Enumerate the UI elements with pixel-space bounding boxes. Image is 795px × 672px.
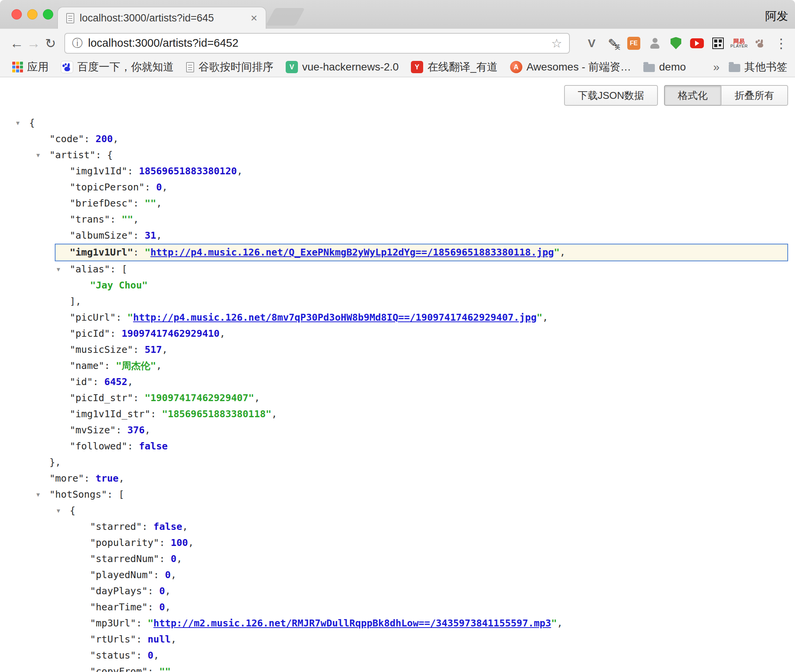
v-extension-icon[interactable]: V	[584, 35, 599, 52]
json-token: 517	[145, 344, 162, 355]
bookmark-label: 在线翻译_有道	[427, 60, 498, 74]
json-token: ""	[159, 666, 171, 672]
json-url-link[interactable]: http://p4.music.126.net/8mv7qP30Pd3oHW8b…	[133, 312, 537, 323]
url-input[interactable]: ⓘ localhost:3000/artists?id=6452 ☆	[64, 33, 570, 54]
json-line: "starredNum": 0,	[0, 551, 795, 567]
json-token: ,	[272, 408, 277, 420]
qrcode-extension-icon[interactable]	[710, 35, 726, 52]
fullscreen-window-button[interactable]	[43, 9, 53, 20]
json-token: :	[93, 376, 104, 387]
json-token: "more"	[49, 473, 84, 484]
view-mode-group: 格式化 折叠所有	[664, 85, 788, 106]
shield-extension-icon[interactable]	[668, 35, 684, 52]
json-token: :	[154, 569, 165, 580]
json-token: :	[133, 247, 145, 258]
json-line: ],	[0, 293, 795, 310]
json-token: ,	[188, 537, 194, 548]
json-token: ,	[133, 214, 139, 225]
json-url-link[interactable]: http://m2.music.126.net/RMJR7wDullRqppBk…	[154, 618, 551, 629]
json-line: "playedNum": 0,	[0, 567, 795, 583]
json-token: :	[84, 473, 95, 484]
paw-icon	[757, 43, 763, 48]
json-line-highlighted: "img1v1Url": "http://p4.music.126.net/Q_…	[55, 244, 788, 261]
bookmark-awesomes[interactable]: A Awesomes - 前端资…	[510, 60, 631, 74]
json-token: :	[133, 392, 145, 403]
json-token: "albumSize"	[70, 230, 133, 241]
netease-player-icon: 网易PLAYER	[730, 38, 748, 48]
json-url-link[interactable]: http://p4.music.126.net/Q_ExePNkmgB2yWyL…	[150, 247, 554, 258]
json-line: ▼"alias": [	[0, 261, 795, 277]
collapse-arrow-icon[interactable]: ▼	[57, 261, 60, 277]
collapse-arrow-icon[interactable]: ▼	[57, 503, 60, 519]
json-token: "popularity"	[90, 537, 159, 548]
json-token: "name"	[70, 360, 104, 371]
json-token: "id"	[70, 376, 93, 387]
minimize-window-button[interactable]	[27, 9, 38, 20]
json-token: :	[142, 521, 153, 532]
collapse-arrow-icon[interactable]: ▼	[36, 147, 40, 163]
bookmark-youdao-translate[interactable]: Y 在线翻译_有道	[411, 60, 498, 74]
json-line: ▼"artist": {	[0, 147, 795, 163]
json-token: ,	[156, 230, 162, 241]
bookmarks-overflow-icon[interactable]: »	[713, 61, 720, 74]
json-token: :	[133, 230, 145, 241]
json-line: "trans": "",	[0, 211, 795, 228]
json-line: "hearTime": 0,	[0, 599, 795, 615]
other-bookmarks-folder[interactable]: 其他书签	[729, 60, 787, 74]
page-info-icon[interactable]: ⓘ	[72, 36, 83, 51]
forward-icon[interactable]: →	[25, 35, 42, 51]
json-token: ,	[128, 376, 133, 387]
format-button[interactable]: 格式化	[664, 85, 721, 106]
bookmark-apps[interactable]: 应用	[12, 60, 49, 74]
close-window-button[interactable]	[11, 9, 22, 20]
bookmark-baidu[interactable]: 百度一下，你就知道	[61, 60, 174, 74]
bookmarks-bar: 应用 百度一下，你就知道 谷歌按时间排序 V vue-hackernews-2.…	[0, 57, 795, 77]
person-extension-icon[interactable]	[647, 35, 662, 52]
json-token: :	[133, 198, 145, 209]
json-token: ,	[177, 553, 182, 564]
bookmark-demo-folder[interactable]: demo	[643, 61, 686, 73]
tab-close-icon[interactable]: ×	[250, 12, 257, 24]
bookmark-star-icon[interactable]: ☆	[551, 36, 562, 51]
baidu-paw-icon	[61, 61, 73, 73]
json-token: :	[84, 133, 95, 144]
json-token: "followed"	[70, 441, 128, 452]
youtube-extension-icon[interactable]	[689, 35, 705, 52]
json-line: "id": 6452,	[0, 374, 795, 390]
paw-extension-icon[interactable]	[752, 35, 768, 52]
reload-icon[interactable]: ↻	[42, 36, 59, 51]
json-token: 18569651883380120	[139, 166, 237, 177]
fehelper-extension-icon[interactable]: FE	[626, 35, 641, 52]
json-token: 0	[171, 553, 177, 564]
tab-favicon-page-icon	[66, 13, 74, 23]
profile-name[interactable]: 阿发	[765, 8, 788, 24]
bookmark-label: 应用	[27, 60, 49, 74]
json-token: ""	[121, 214, 133, 225]
new-tab-button[interactable]	[266, 8, 305, 26]
collapse-arrow-icon[interactable]: ▼	[36, 487, 40, 503]
download-json-button[interactable]: 下载JSON数据	[564, 85, 658, 106]
json-line: "albumSize": 31,	[0, 228, 795, 244]
collapse-all-button[interactable]: 折叠所有	[721, 85, 788, 106]
translate-extension-icon[interactable]: ✎英	[605, 35, 620, 52]
json-token: :	[148, 602, 159, 613]
json-token: :	[136, 634, 147, 645]
json-line: ▼{	[0, 115, 795, 131]
bookmark-google-sort[interactable]: 谷歌按时间排序	[186, 60, 273, 74]
json-token: true	[95, 473, 118, 484]
json-line: "copyFrom": "",	[0, 664, 795, 672]
json-token: ,	[156, 360, 162, 371]
browser-tab[interactable]: localhost:3000/artists?id=645 ×	[57, 7, 266, 29]
tab-strip: localhost:3000/artists?id=645 × 阿发	[0, 0, 795, 29]
json-token: "starredNum"	[90, 553, 159, 564]
browser-menu-icon[interactable]: ⋮	[774, 35, 789, 52]
browser-toolbar: ← → ↻ ⓘ localhost:3000/artists?id=6452 ☆…	[0, 29, 795, 57]
collapse-arrow-icon[interactable]: ▼	[16, 115, 20, 131]
json-token: "	[537, 312, 542, 323]
back-icon[interactable]: ←	[8, 35, 25, 51]
json-line: "picId": 19097417462929410,	[0, 326, 795, 342]
json-token: :	[159, 537, 171, 548]
bookmark-vue-hackernews[interactable]: V vue-hackernews-2.0	[286, 61, 399, 73]
netease-player-extension-icon[interactable]: 网易PLAYER	[731, 35, 747, 52]
json-token: :	[116, 312, 127, 323]
